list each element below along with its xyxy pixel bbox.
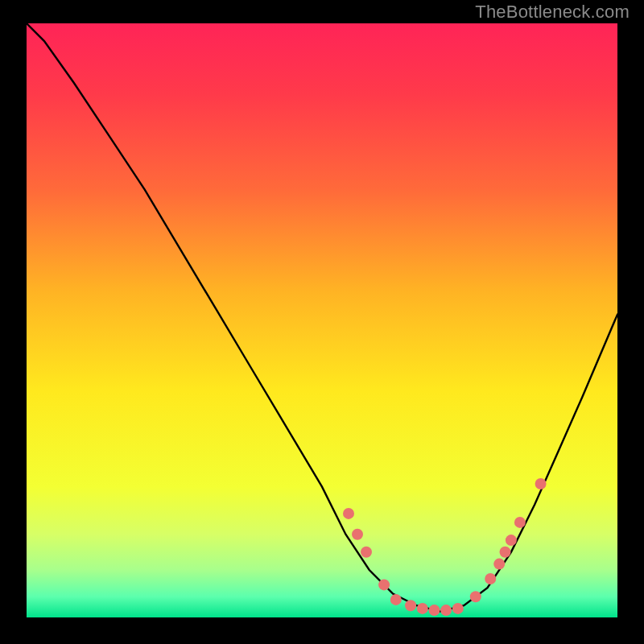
bottleneck-chart	[0, 0, 644, 644]
curve-marker	[390, 594, 402, 605]
curve-marker	[493, 559, 505, 570]
curve-marker	[343, 508, 354, 519]
plot-background	[27, 23, 617, 617]
curve-marker	[452, 603, 464, 614]
curve-marker	[500, 547, 511, 558]
chart-frame: { "watermark": "TheBottleneck.com", "cha…	[0, 0, 644, 644]
curve-marker	[485, 573, 496, 584]
curve-marker	[506, 535, 517, 546]
watermark: TheBottleneck.com	[475, 2, 630, 23]
curve-marker	[535, 478, 547, 489]
curve-marker	[440, 605, 452, 616]
curve-marker	[514, 517, 526, 528]
curve-marker	[470, 591, 481, 602]
curve-marker	[417, 603, 428, 614]
curve-marker	[378, 579, 390, 590]
curve-marker	[429, 605, 440, 616]
curve-marker	[361, 547, 372, 558]
curve-marker	[405, 600, 416, 611]
curve-marker	[352, 529, 363, 540]
